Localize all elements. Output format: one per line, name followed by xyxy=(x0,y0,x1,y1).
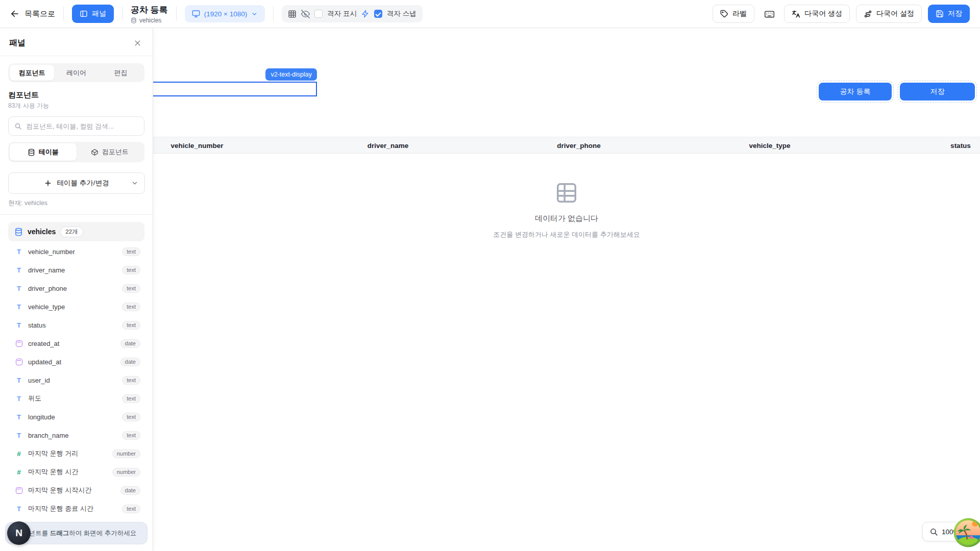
field-name: driver_phone xyxy=(28,285,67,292)
label-button[interactable]: 라벨 xyxy=(713,5,754,23)
canvas-register-button[interactable]: 공차 등록 xyxy=(819,83,892,101)
field-row[interactable]: driver_name text xyxy=(8,261,144,279)
column-header[interactable]: driver_name xyxy=(368,137,408,154)
current-table-label: 현재: vehicles xyxy=(8,199,144,208)
tab-components[interactable]: 컴포넌트 xyxy=(10,65,54,81)
selected-component-badge: v2-text-display xyxy=(265,68,317,81)
label-button-text: 라벨 xyxy=(732,9,747,18)
panel-tab-bar: 컴포넌트 레이어 편집 xyxy=(8,63,144,82)
grid-icon[interactable] xyxy=(288,10,297,18)
monitor-icon xyxy=(192,10,200,18)
toggle-tables[interactable]: 테이블 xyxy=(10,143,77,161)
field-type-icon xyxy=(15,284,23,292)
field-type-badge: number xyxy=(112,449,140,458)
database-icon xyxy=(131,17,137,23)
i18n-settings-button[interactable]: 다국어 설정 xyxy=(856,5,922,23)
i18n-generate-button[interactable]: 다국어 생성 xyxy=(784,5,850,23)
field-row[interactable]: updated_at date xyxy=(8,353,144,371)
field-type-icon xyxy=(16,359,22,365)
app-logo[interactable]: N xyxy=(7,521,31,545)
component-search[interactable] xyxy=(8,116,144,136)
save-button[interactable]: 저장 xyxy=(928,5,970,23)
field-type-badge: text xyxy=(122,394,140,403)
field-name: 마지막 운행 거리 xyxy=(28,449,78,458)
field-type-badge: text xyxy=(122,303,140,311)
field-row[interactable]: 마지막 운행 시작시간 date xyxy=(8,481,144,499)
column-header[interactable]: status xyxy=(950,137,971,154)
field-row[interactable]: user_id text xyxy=(8,371,144,389)
column-header[interactable]: vehicle_type xyxy=(749,137,790,154)
panel-toggle-button[interactable]: 패널 xyxy=(72,5,114,23)
drag-hint-text: 하여 화면에 추가하세요 xyxy=(69,530,136,537)
field-row[interactable]: 위도 text xyxy=(8,389,144,408)
database-icon xyxy=(14,228,23,236)
search-input[interactable] xyxy=(26,122,138,130)
tropical-island-icon[interactable] xyxy=(953,518,980,547)
lightning-icon[interactable] xyxy=(361,10,370,18)
panel-close-button[interactable] xyxy=(131,37,143,49)
eye-off-icon[interactable] xyxy=(301,10,310,18)
field-row[interactable]: status text xyxy=(8,316,144,334)
field-row[interactable]: 마지막 운행 거리 number xyxy=(8,444,144,463)
field-row[interactable]: created_at date xyxy=(8,334,144,353)
field-type-icon xyxy=(16,340,22,347)
field-name: driver_name xyxy=(28,266,65,274)
field-type-icon xyxy=(15,505,23,513)
bound-table-name: vehicles xyxy=(139,17,161,24)
field-name: vehicle_number xyxy=(28,248,75,256)
field-type-icon xyxy=(15,449,23,458)
keyboard-shortcuts-button[interactable] xyxy=(761,5,778,22)
tab-layers[interactable]: 레이어 xyxy=(54,65,99,81)
divider xyxy=(122,7,122,21)
add-table-button[interactable]: 테이블 추가/변경 xyxy=(8,172,145,194)
divider xyxy=(63,7,64,21)
field-name: 마지막 운행 시작시간 xyxy=(28,486,91,495)
divider xyxy=(176,7,177,21)
tab-edit[interactable]: 편집 xyxy=(99,65,143,81)
resolution-value: (980 × 551) xyxy=(204,10,247,18)
table-item-vehicles[interactable]: vehicles 22개 xyxy=(8,222,144,241)
toggle-components-label: 컴포넌트 xyxy=(102,147,129,157)
field-type-badge: text xyxy=(122,413,140,421)
empty-state-subtitle: 조건을 변경하거나 새로운 데이터를 추가해보세요 xyxy=(493,230,640,239)
back-label: 목록으로 xyxy=(24,9,55,19)
field-row[interactable]: vehicle_type text xyxy=(8,297,144,316)
field-type-icon xyxy=(15,376,23,384)
field-row[interactable]: vehicle_number text xyxy=(8,242,144,261)
magnifier-icon xyxy=(929,528,938,536)
empty-table-icon xyxy=(555,181,578,205)
toggle-components[interactable]: 컴포넌트 xyxy=(77,143,143,161)
field-type-icon xyxy=(15,394,23,403)
field-row[interactable]: branch_name text xyxy=(8,426,144,444)
logo-letter: N xyxy=(15,528,22,539)
field-row[interactable]: 마지막 운행 종료 시간 text xyxy=(8,499,144,518)
field-name: status xyxy=(28,321,46,329)
resolution-selector[interactable]: (980 × 551) xyxy=(185,5,265,22)
translate-icon xyxy=(792,10,800,18)
field-row[interactable]: driver_phone text xyxy=(8,279,144,297)
field-row[interactable]: longitude text xyxy=(8,408,144,426)
table-name: vehicles xyxy=(28,228,56,236)
close-icon xyxy=(134,39,141,47)
column-header[interactable]: vehicle_number xyxy=(171,137,224,154)
field-type-badge: text xyxy=(122,321,140,330)
field-name: updated_at xyxy=(28,358,61,366)
field-name: 위도 xyxy=(28,394,41,403)
field-type-badge: text xyxy=(122,431,140,440)
top-toolbar: 목록으로 패널 공차 등록 vehicles (980 × 551) 격자 … xyxy=(0,0,980,28)
canvas-save-button[interactable]: 저장 xyxy=(900,83,975,101)
grid-show-label: 격자 표시 xyxy=(327,9,357,18)
field-type-icon xyxy=(15,468,23,476)
i18n-generate-text: 다국어 생성 xyxy=(804,9,842,18)
panel-title: 패널 xyxy=(9,38,26,48)
tag-icon xyxy=(720,10,728,18)
grid-snap-checkbox[interactable] xyxy=(374,10,382,18)
back-to-list-button[interactable]: 목록으로 xyxy=(10,9,55,19)
field-type-icon xyxy=(15,247,23,256)
field-row[interactable]: 마지막 운행 시간 number xyxy=(8,463,144,481)
column-header[interactable]: driver_phone xyxy=(557,137,601,154)
column-count-badge: 22개 xyxy=(60,227,83,237)
field-type-badge: text xyxy=(122,505,140,513)
field-name: longitude xyxy=(28,413,55,421)
grid-show-checkbox[interactable] xyxy=(314,10,323,18)
